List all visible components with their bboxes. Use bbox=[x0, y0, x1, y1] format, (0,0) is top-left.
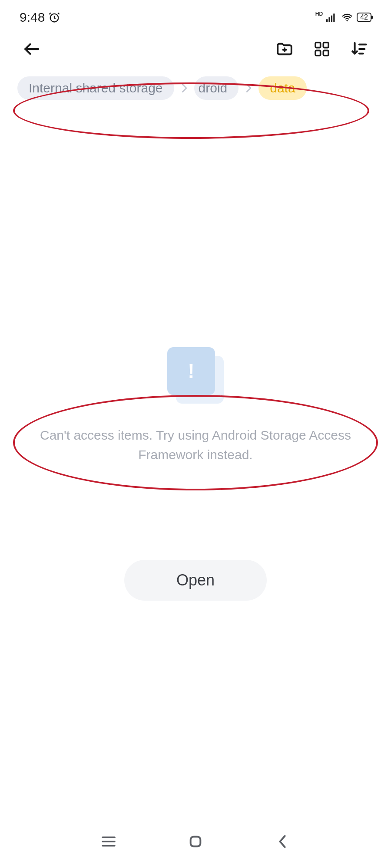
svg-rect-4 bbox=[333, 13, 335, 22]
hd-icon: HD bbox=[315, 11, 323, 17]
breadcrumb-item-root[interactable]: Internal shared storage bbox=[17, 76, 174, 100]
system-nav-bar bbox=[0, 832, 391, 851]
open-button[interactable]: Open bbox=[124, 560, 267, 601]
svg-rect-3 bbox=[331, 16, 332, 22]
svg-rect-6 bbox=[315, 43, 321, 48]
wifi-icon bbox=[341, 13, 353, 22]
battery-icon: 42 bbox=[357, 13, 371, 22]
status-bar: 9:48 HD bbox=[0, 0, 391, 30]
alarm-icon bbox=[48, 11, 60, 23]
svg-rect-8 bbox=[315, 50, 321, 56]
signal-icon bbox=[326, 13, 338, 22]
svg-rect-9 bbox=[323, 50, 328, 56]
empty-state: Can't access items. Try using Android St… bbox=[0, 347, 391, 464]
breadcrumb-container: Internal shared storage droid data bbox=[0, 76, 391, 100]
new-folder-button[interactable] bbox=[275, 39, 295, 59]
back-nav-button[interactable] bbox=[273, 832, 292, 851]
svg-rect-7 bbox=[323, 43, 328, 48]
empty-message: Can't access items. Try using Android St… bbox=[22, 425, 369, 464]
clock-time: 9:48 bbox=[20, 10, 45, 25]
sort-button[interactable] bbox=[349, 39, 369, 59]
svg-rect-1 bbox=[326, 19, 328, 22]
back-button[interactable] bbox=[22, 39, 42, 59]
breadcrumb-item-current[interactable]: data bbox=[258, 76, 306, 100]
status-right: HD 42 bbox=[315, 13, 371, 22]
svg-point-5 bbox=[347, 20, 348, 21]
svg-rect-13 bbox=[191, 837, 201, 847]
breadcrumb-item-android[interactable]: droid bbox=[194, 76, 239, 100]
chevron-right-icon bbox=[243, 83, 254, 93]
open-button-container: Open bbox=[0, 560, 391, 601]
grid-view-button[interactable] bbox=[312, 39, 332, 59]
svg-rect-2 bbox=[329, 17, 330, 22]
home-button[interactable] bbox=[186, 832, 205, 851]
chevron-right-icon bbox=[179, 83, 190, 93]
status-left: 9:48 bbox=[20, 10, 60, 25]
recents-button[interactable] bbox=[99, 832, 118, 851]
warning-cards-icon bbox=[167, 347, 224, 404]
action-bar bbox=[0, 30, 391, 72]
battery-level: 42 bbox=[360, 13, 368, 21]
breadcrumb: Internal shared storage droid data bbox=[17, 76, 374, 100]
